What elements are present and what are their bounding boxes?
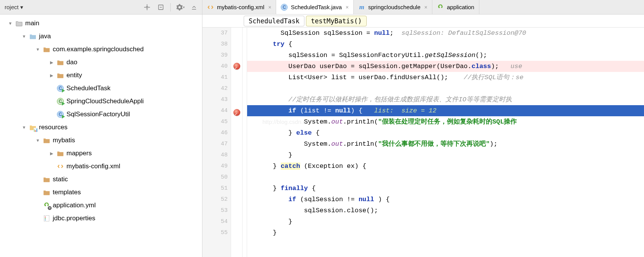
breadcrumb: ScheduledTask testMyBatis() <box>202 15 644 28</box>
code-line[interactable]: } <box>247 150 644 161</box>
tree-row[interactable]: C SpringCloudScheduleAppli <box>0 95 202 108</box>
node-icon <box>57 72 64 79</box>
hide-icon[interactable] <box>188 2 200 13</box>
code-line[interactable]: try { <box>247 39 644 50</box>
breadcrumb-method[interactable]: testMyBatis() <box>306 16 367 26</box>
tree-row[interactable]: ▼ java <box>0 30 202 43</box>
tree-row[interactable]: templates <box>0 186 202 199</box>
twisty-icon[interactable]: ▼ <box>21 125 27 130</box>
node-icon <box>57 163 64 170</box>
tree-row[interactable]: C SqlSessionFactoryUtil <box>0 108 202 121</box>
node-icon <box>57 150 64 157</box>
twisty-icon[interactable]: ▶ <box>49 73 54 78</box>
code-line[interactable]: System.out.println("我什么事都不用做，等待下次再说吧"); <box>247 138 644 150</box>
node-icon <box>43 137 50 144</box>
project-label: roject <box>5 4 19 10</box>
tree-label: jdbc.properties <box>53 215 95 222</box>
code-line[interactable] <box>247 83 644 94</box>
editor-area: ScheduledTask testMyBatis() 373839404142… <box>202 15 644 257</box>
node-icon <box>43 46 50 53</box>
tree-row[interactable]: mybatis-config.xml <box>0 160 202 173</box>
node-icon: ⚙ <box>43 202 50 209</box>
code-line[interactable]: UserDao userDao = sqlSession.getMapper(U… <box>247 61 644 72</box>
editor-tab[interactable]: CScheduledTask.java× <box>276 0 354 14</box>
tab-label: springcloudschedule <box>368 4 421 10</box>
project-tree[interactable]: ▼ main ▼ java ▼ com.example.springclouds… <box>0 17 202 225</box>
close-icon[interactable]: × <box>424 4 427 10</box>
tree-label: application.yml <box>53 202 95 209</box>
twisty-icon[interactable]: ▶ <box>49 60 54 65</box>
tree-label: resources <box>39 124 68 131</box>
code-line[interactable]: sqlSession.close(); <box>247 205 644 216</box>
code-editor[interactable]: 37383940414243444546474849505152535455 h… <box>202 28 644 257</box>
node-icon <box>29 33 37 40</box>
breadcrumb-class[interactable]: ScheduledTask <box>244 16 304 26</box>
code-line[interactable]: List<User> list = userDao.findUsersAll()… <box>247 72 644 83</box>
svg-rect-9 <box>45 217 46 218</box>
code-line[interactable]: } catch (Exception ex) { <box>247 161 644 172</box>
code-line[interactable]: //定时任务可以做耗时操作，包括做生成数据库报表、文件IO等等需要定时执 <box>247 94 644 105</box>
code-line[interactable]: } <box>247 216 644 227</box>
twisty-icon[interactable]: ▼ <box>21 34 27 39</box>
collapse-all-icon[interactable] <box>155 2 167 13</box>
editor-tab[interactable]: application <box>432 0 479 14</box>
tree-row[interactable]: ▶ dao <box>0 56 202 69</box>
breakpoint-icon[interactable] <box>233 63 240 70</box>
code-line[interactable]: if (list != null) { list: size = 12 <box>247 105 644 116</box>
svg-point-0 <box>146 6 148 8</box>
tree-row[interactable]: ▼ mybatis <box>0 134 202 147</box>
tab-label: mybatis-config.xml <box>217 4 264 10</box>
svg-rect-10 <box>45 218 46 219</box>
code-line[interactable]: SqlSession sqlSession = null; sqlSession… <box>247 28 644 39</box>
twisty-icon[interactable]: ▼ <box>35 47 40 52</box>
code-content[interactable]: http://blog.csdn.net/b SqlSession sqlSes… <box>247 28 644 257</box>
twisty-icon[interactable]: ▶ <box>49 151 54 156</box>
close-icon[interactable]: × <box>268 4 271 10</box>
tree-row[interactable]: ▼ 📊 resources <box>0 121 202 134</box>
gutter-fold <box>243 28 247 257</box>
twisty-icon[interactable]: ▼ <box>35 138 40 143</box>
project-sidebar: ▼ main ▼ java ▼ com.example.springclouds… <box>0 15 202 257</box>
editor-tab[interactable]: mybatis-config.xml× <box>202 0 276 14</box>
code-line[interactable]: } else { <box>247 127 644 138</box>
node-icon <box>43 215 50 222</box>
editor-tab[interactable]: mspringcloudschedule× <box>354 0 432 14</box>
tree-row[interactable]: ⚙ application.yml <box>0 199 202 212</box>
tree-label: mybatis <box>53 137 75 144</box>
tree-label: static <box>53 176 68 183</box>
top-toolbar: roject ▾ ▾ mybatis-config.xml×CScheduled… <box>0 0 644 15</box>
code-line[interactable]: sqlSession = SqlSessionFactoryUtil.getSq… <box>247 50 644 61</box>
tab-label: ScheduledTask.java <box>291 4 341 10</box>
svg-rect-8 <box>44 216 49 221</box>
tree-row[interactable]: C ScheduledTask <box>0 82 202 95</box>
tree-row[interactable]: ▼ com.example.springcloudsched <box>0 43 202 56</box>
tree-label: mappers <box>66 150 92 157</box>
tree-row[interactable]: jdbc.properties <box>0 212 202 225</box>
node-icon <box>57 59 64 66</box>
node-icon: C <box>57 85 64 92</box>
breakpoint-icon[interactable] <box>233 109 240 116</box>
twisty-icon[interactable]: ▼ <box>8 21 13 26</box>
code-line[interactable]: if (sqlSession != null ) { <box>247 194 644 205</box>
tree-row[interactable]: ▼ main <box>0 17 202 30</box>
close-icon[interactable]: × <box>346 4 349 10</box>
project-combo[interactable]: roject ▾ <box>2 2 26 13</box>
code-line[interactable] <box>247 172 644 183</box>
gutter-line-numbers: 37383940414243444546474849505152535455 <box>202 28 231 257</box>
tree-row[interactable]: static <box>0 173 202 186</box>
node-icon <box>43 176 50 183</box>
tree-label: com.example.springcloudsched <box>53 46 144 53</box>
code-line[interactable]: System.out.println("假装在处理定时任务，例如复杂耗时的SQL… <box>247 116 644 127</box>
tree-label: dao <box>66 59 77 66</box>
tree-label: main <box>25 20 39 27</box>
gutter-breakpoints[interactable] <box>231 28 243 257</box>
tree-label: templates <box>53 189 81 196</box>
code-line[interactable]: } finally { <box>247 183 644 194</box>
code-line[interactable]: } <box>247 227 644 238</box>
tree-row[interactable]: ▶ mappers <box>0 147 202 160</box>
tree-row[interactable]: ▶ entity <box>0 69 202 82</box>
locate-icon[interactable] <box>141 2 153 13</box>
gear-icon[interactable]: ▾ <box>175 2 186 13</box>
node-icon: 📊 <box>29 124 37 131</box>
tree-label: SqlSessionFactoryUtil <box>66 111 130 118</box>
